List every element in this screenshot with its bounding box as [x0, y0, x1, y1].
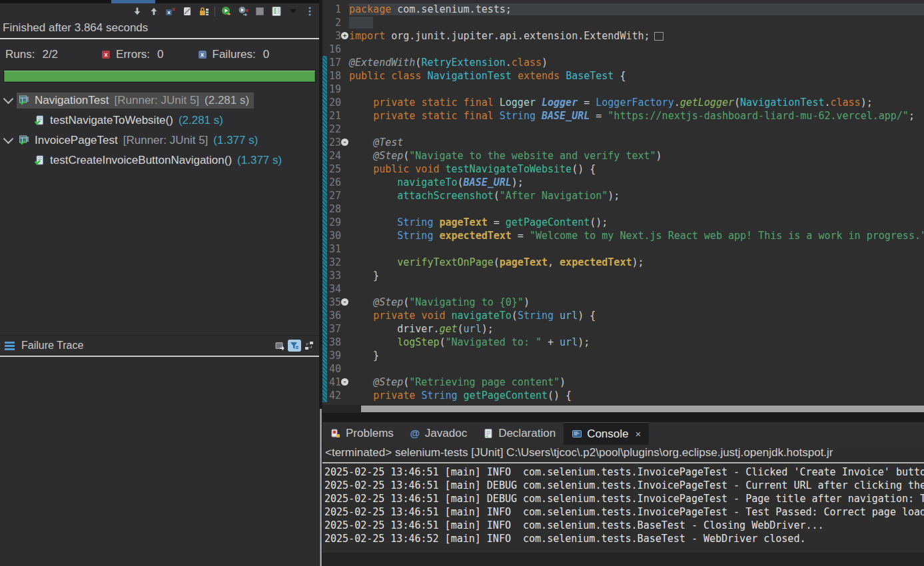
line-number: 34 [324, 283, 341, 295]
code-line: 39 } [322, 349, 924, 362]
console-bottom-strip [322, 553, 924, 566]
console-log-line: 2025-02-25 13:46:52 [main] INFO com.sele… [324, 533, 924, 546]
test-name: NavigationTest [35, 94, 109, 107]
failure-trace-label: Failure Trace [21, 340, 83, 352]
line-number: 38 [324, 336, 341, 348]
test-runner-suffix: [Runner: JUnit 5] [115, 94, 200, 107]
editor-hscrollbar[interactable] [322, 405, 924, 413]
code-editor[interactable]: 1package com.selenium.tests;23+import or… [322, 0, 924, 418]
fold-marker[interactable]: + [341, 32, 348, 39]
code-line: 40 [322, 362, 924, 376]
scroll-lock-icon[interactable] [198, 6, 209, 17]
tab-javadoc[interactable]: @Javadoc [402, 422, 475, 444]
chevron-down-icon[interactable] [3, 94, 14, 105]
line-number: 36 [324, 310, 341, 322]
trace-console-icon[interactable] [274, 340, 285, 352]
view-menu-icon[interactable] [5, 342, 15, 350]
compare-icon[interactable] [303, 340, 314, 352]
history-icon[interactable] [270, 6, 282, 17]
code-line: 28 [322, 202, 924, 216]
test-runner-suffix: [Runner: JUnit 5] [123, 134, 209, 147]
suite-test-icon [18, 95, 29, 107]
tab-problems[interactable]: Problems [322, 422, 402, 444]
tab-console[interactable]: Console× [564, 422, 649, 445]
code-line: 23- @Test [322, 136, 924, 149]
line-number: 35 [324, 296, 341, 308]
tab-label: Declaration [498, 427, 556, 440]
console-log[interactable]: 2025-02-25 13:46:51 [main] INFO com.sele… [322, 463, 924, 546]
line-number: 28 [324, 203, 341, 215]
test-item[interactable]: testNavigateToWebsite()(2.281 s) [32, 113, 228, 129]
chevron-down-icon[interactable] [3, 134, 14, 144]
line-number: 30 [324, 230, 341, 242]
tab-declaration[interactable]: Declaration [475, 422, 564, 444]
move-down-icon[interactable] [131, 6, 143, 17]
junit-progress-bar [3, 70, 316, 83]
line-number: 22 [324, 123, 341, 135]
eclipse-window: xxx Finished after 3.864 seconds Runs: 2… [0, 0, 924, 566]
editor-hscrollbar-thumb[interactable] [361, 406, 924, 412]
method-test-icon [33, 115, 45, 127]
code-line: 20 private static final Logger Logger = … [322, 96, 924, 109]
tab-label: Problems [346, 427, 394, 440]
code-line: 25 public void testNavigateToWebsite() { [322, 162, 924, 176]
errors-counter: x Errors: 0 [102, 48, 163, 61]
code-line: 21 private static final String BASE_URL … [322, 109, 924, 123]
console-title: <terminated> selenium-tests [JUnit] C:\U… [322, 444, 924, 463]
line-number: 3 [324, 30, 341, 42]
rerun-all-icon[interactable] [221, 6, 232, 17]
line-number: 40 [324, 363, 341, 375]
svg-text:x: x [172, 6, 175, 12]
line-number: 33 [324, 270, 341, 282]
rerun-failed-icon[interactable]: x [237, 6, 248, 17]
code-line: 37 driver.get(url); [322, 322, 924, 336]
line-number: 17 [324, 57, 341, 69]
fold-marker[interactable]: - [341, 139, 348, 146]
code-line: 34 [322, 282, 924, 296]
show-failures-icon[interactable]: xx [165, 6, 176, 17]
code-line: 17@ExtendWith(RetryExtension.class) [322, 56, 924, 69]
fold-marker[interactable]: - [341, 298, 348, 306]
line-number: 23 [324, 137, 341, 148]
line-number: 26 [324, 176, 341, 188]
line-number: 19 [324, 83, 341, 95]
line-number: 41 [324, 376, 341, 388]
test-item[interactable]: InvoicePageTest[Runner: JUnit 5](1.377 s… [17, 133, 262, 148]
vertical-sash-handle[interactable] [320, 409, 322, 566]
failure-trace-toolbar [274, 340, 314, 352]
stop-icon[interactable] [254, 6, 265, 17]
line-number: 27 [324, 190, 341, 202]
failures-label: Failures: [213, 48, 256, 61]
code-line: 19 [322, 83, 924, 96]
close-icon[interactable]: × [636, 428, 642, 439]
failure-icon: x [199, 51, 207, 59]
toolbar-separator [215, 7, 215, 17]
show-skipped-icon[interactable] [181, 6, 193, 17]
move-up-icon[interactable] [148, 6, 159, 17]
line-number: 32 [324, 256, 341, 268]
code-line: 26 navigateTo(BASE_URL); [322, 176, 924, 189]
more-icon[interactable] [304, 6, 315, 17]
test-item[interactable]: NavigationTest[Runner: JUnit 5](2.281 s) [17, 93, 254, 109]
svg-text:x: x [167, 9, 171, 15]
tab-label: Console [587, 427, 628, 441]
fold-marker[interactable]: - [341, 378, 348, 386]
line-number: 31 [324, 243, 341, 255]
line-number: 20 [324, 97, 341, 109]
javadoc-icon: @ [410, 428, 420, 439]
console-view: Problems@JavadocDeclarationConsole× <ter… [322, 418, 924, 566]
filter-trace-icon[interactable] [288, 340, 300, 352]
line-number: 16 [324, 43, 341, 55]
console-log-line: 2025-02-25 13:46:51 [main] INFO com.sele… [324, 466, 924, 479]
code-line: 31 [322, 242, 924, 256]
line-number: 18 [324, 70, 341, 82]
view-menu-icon[interactable] [287, 6, 298, 17]
console-log-line: 2025-02-25 13:46:51 [main] INFO com.sele… [324, 506, 924, 519]
code-line: 36 private void navigateTo(String url) { [322, 309, 924, 322]
folded-region-icon[interactable] [654, 32, 664, 41]
errors-label: Errors: [116, 48, 150, 61]
test-item[interactable]: testCreateInvoiceButtonNavigation()(1.37… [32, 152, 286, 168]
code-line: 30 String expectedText = "Welcome to my … [322, 229, 924, 242]
test-name: testCreateInvoiceButtonNavigation() [50, 154, 232, 167]
code-line: 1package com.selenium.tests; [322, 3, 924, 16]
